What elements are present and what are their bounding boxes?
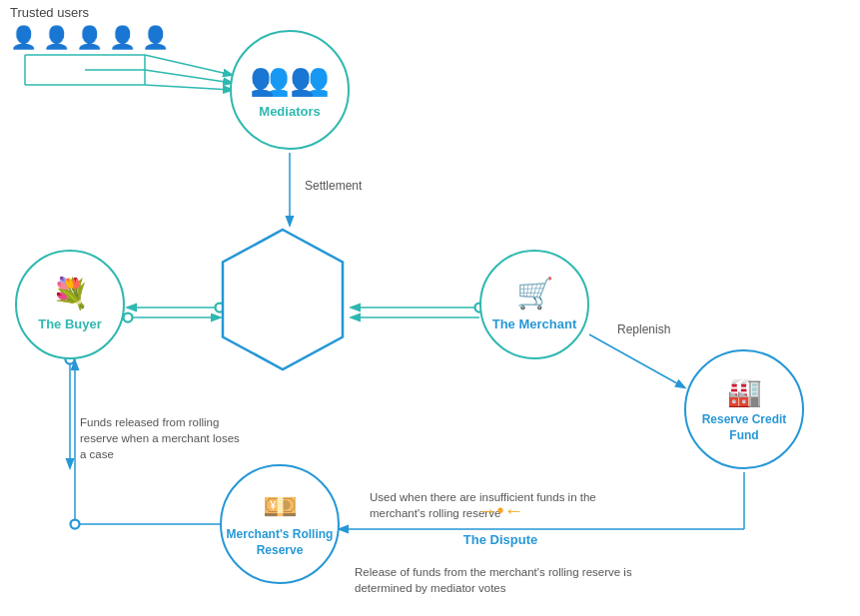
settlement-label: Settlement	[305, 178, 362, 195]
user-icon-3: 👤	[76, 25, 103, 51]
svg-line-2	[145, 55, 232, 75]
mediators-node: 👥👥 Mediators	[230, 30, 350, 150]
dispute-icon: →•←	[476, 499, 523, 522]
dispute-label: The Dispute	[463, 532, 537, 549]
rolling-label: Merchant's Rolling Reserve	[227, 527, 334, 558]
svg-line-15	[589, 334, 684, 387]
trusted-users-label: Trusted users	[10, 5, 169, 20]
user-icon-5: 👤	[142, 25, 169, 51]
buyer-icon: 💐	[52, 276, 89, 310]
user-icon-2: 👤	[43, 25, 70, 51]
rolling-icon: 💴	[263, 490, 298, 523]
reserve-label: Reserve Credit Fund	[702, 412, 787, 443]
diagram-lines	[0, 0, 860, 616]
merchant-icon: 🛒	[516, 276, 553, 310]
rolling-reserve-node: 💴 Merchant's Rolling Reserve	[220, 464, 340, 584]
buyer-label: The Buyer	[38, 316, 102, 333]
mediators-icon: 👥👥	[250, 60, 330, 98]
svg-marker-21	[223, 230, 343, 369]
mediators-label: Mediators	[259, 104, 320, 121]
reserve-credit-node: 🏭 Reserve Credit Fund	[684, 349, 804, 469]
reserve-icon: 🏭	[727, 375, 762, 408]
merchant-node: 🛒 The Merchant	[479, 250, 589, 359]
svg-line-4	[145, 85, 232, 90]
user-icon-1: 👤	[10, 25, 37, 51]
trusted-users-section: Trusted users 👤 👤 👤 👤 👤	[10, 5, 169, 56]
trusted-user-icons: 👤 👤 👤 👤 👤	[10, 25, 169, 51]
dispute-content: →•← The Dispute	[435, 449, 565, 599]
funds-released-label: Funds released from rolling reserve when…	[80, 414, 240, 462]
replenish-label: Replenish	[617, 321, 670, 338]
merchant-label: The Merchant	[492, 316, 577, 333]
buyer-node: 💐 The Buyer	[15, 250, 125, 359]
user-icon-4: 👤	[109, 25, 136, 51]
dispute-hexagon	[218, 225, 348, 374]
diagram-container: Trusted users 👤 👤 👤 👤 👤 👥👥 Mediators 💐 T…	[0, 0, 860, 616]
dispute-node: →•← The Dispute	[218, 225, 348, 374]
svg-line-3	[145, 70, 232, 83]
